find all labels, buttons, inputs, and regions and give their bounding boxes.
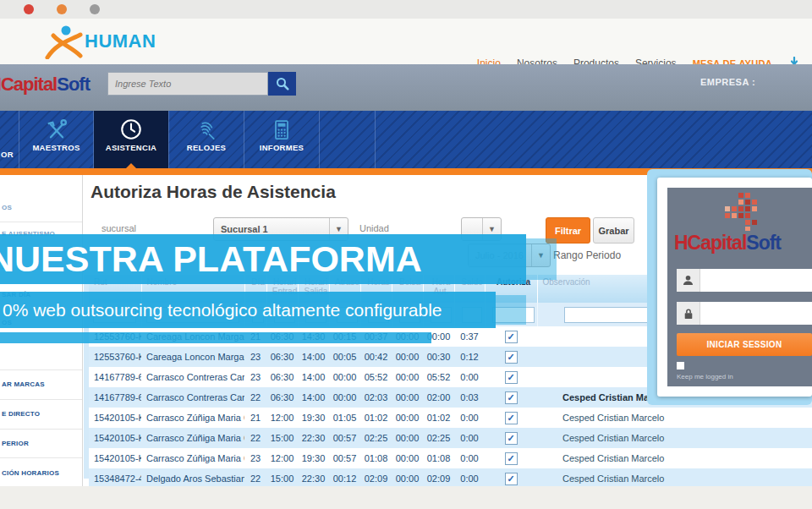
observacion-cell: Cesped Cristian Marcelo xyxy=(537,408,812,428)
autoriza-checkbox[interactable] xyxy=(505,331,518,343)
sucursal-value: Sucursal 1 xyxy=(214,224,329,234)
username-field-row xyxy=(677,269,812,292)
table-cell: 02:03 xyxy=(360,387,392,408)
table-cell: 23 xyxy=(244,367,266,387)
autoriza-checkbox[interactable] xyxy=(505,473,518,485)
table-cell: 00:57 xyxy=(329,448,360,468)
table-cell: 00:00 xyxy=(392,468,423,486)
autoriza-checkbox[interactable] xyxy=(505,452,518,465)
sidebar-item[interactable]: CIÓN HORARIOS xyxy=(2,469,59,477)
table-cell: 00:30 xyxy=(423,347,454,367)
tools-icon xyxy=(45,118,69,141)
banner-title: NUESTRA PLATAFORMA xyxy=(0,234,526,284)
hcapitalsoft-logo: HCapitalSoft xyxy=(0,74,90,96)
iniciar-session-button[interactable]: INICIAR SESSION xyxy=(677,333,812,356)
table-cell: 14:00 xyxy=(298,347,329,367)
search-input[interactable] xyxy=(107,72,268,96)
sidebar-item[interactable]: PERIOR xyxy=(2,440,29,447)
table-cell: 22:30 xyxy=(298,428,329,448)
table-cell: 12553760-K xyxy=(89,347,141,367)
autoriza-checkbox[interactable] xyxy=(505,371,518,384)
table-cell: 00:00 xyxy=(392,387,423,408)
active-tab-arrow xyxy=(126,163,136,168)
table-cell: 15348472-4 xyxy=(89,468,141,486)
table-cell: 05:52 xyxy=(360,367,392,387)
table-cell: 14:00 xyxy=(298,367,329,387)
login-brand: HCapitalSoft xyxy=(674,232,781,254)
site-header: HUMAN InicioNosotrosProductosServiciosME… xyxy=(0,19,812,65)
sidebar-item[interactable]: AR MARCAS xyxy=(2,380,45,388)
table-cell: 06:30 xyxy=(266,387,298,408)
remember-me-label: Keep me logged in xyxy=(677,373,733,380)
table-cell: 06:30 xyxy=(266,367,298,387)
tab-relojes[interactable]: RELOJES xyxy=(169,111,244,168)
human-logo[interactable]: HUMAN xyxy=(44,24,156,59)
table-row: 15420105-KCarrasco Zúñiga Maria Camila21… xyxy=(89,408,812,428)
table-cell: 12:00 xyxy=(266,448,298,468)
table-cell: 00:42 xyxy=(360,347,392,367)
table-cell: Carrasco Zúñiga Maria Camila xyxy=(141,408,244,428)
sidebar-item[interactable]: E DIRECTO xyxy=(2,410,40,418)
search-button[interactable] xyxy=(268,72,296,96)
table-cell: 00:00 xyxy=(329,367,360,387)
empresa-label: EMPRESA : xyxy=(700,77,755,87)
tab-label: RELOJES xyxy=(169,143,244,152)
table-cell: 05:52 xyxy=(423,367,454,387)
table-cell: Careaga Loncon Margaret Cel xyxy=(141,347,244,367)
tab-informes[interactable]: INFORMES xyxy=(244,111,319,168)
tab-partial[interactable]: OR xyxy=(0,111,19,168)
autoriza-checkbox[interactable] xyxy=(505,351,518,364)
username-input[interactable] xyxy=(700,269,812,292)
table-cell: 00:00 xyxy=(392,448,423,468)
remember-me-checkbox[interactable] xyxy=(677,362,684,369)
table-cell: Delgado Aros Sebastian Antor xyxy=(141,468,244,486)
sucursal-label: sucursal xyxy=(102,223,136,233)
table-cell: 0:00 xyxy=(454,448,485,468)
window: HUMAN InicioNosotrosProductosServiciosME… xyxy=(0,0,812,509)
table-cell: Carrasco Contreras Carolina E xyxy=(141,367,244,387)
table-cell: 19:30 xyxy=(298,448,329,468)
table-cell: 15420105-K xyxy=(89,408,141,428)
window-minimize-button[interactable] xyxy=(57,4,67,14)
table-cell: 0:00 xyxy=(454,367,485,387)
table-cell: 15:00 xyxy=(266,468,298,486)
login-brand-red: HCapital xyxy=(674,232,746,254)
table-cell: 01:02 xyxy=(423,408,454,428)
table-row: 15420105-KCarrasco Zúñiga Maria Camila22… xyxy=(89,428,812,448)
observacion-cell: Cesped Cristian Marcelo xyxy=(537,468,812,486)
table-cell: 15:00 xyxy=(266,428,298,448)
grabar-button[interactable]: Grabar xyxy=(593,217,634,244)
tab-asistencia[interactable]: ASISTENCIA xyxy=(94,111,168,168)
autoriza-checkbox[interactable] xyxy=(505,412,518,424)
table-cell: 14167789-6 xyxy=(89,367,141,387)
table-cell: 19:30 xyxy=(298,408,329,428)
table-cell: 14:00 xyxy=(298,387,329,408)
tab-label: ASISTENCIA xyxy=(94,143,168,152)
observacion-cell: Cesped Cristian Marcelo xyxy=(537,448,812,468)
table-cell: 23 xyxy=(244,448,266,468)
password-input[interactable] xyxy=(700,302,812,325)
hcapitalsoft-mosaic-icon xyxy=(713,193,767,232)
table-cell: 22 xyxy=(244,428,266,448)
table-cell: 00:00 xyxy=(392,408,423,428)
app-screenshot: HCapitalSoft EMPRESA : OR xyxy=(0,64,812,486)
banner-subtitle: 0% web outsourcing tecnológico altamente… xyxy=(0,292,496,328)
window-close-button[interactable] xyxy=(24,4,34,14)
calculator-icon xyxy=(270,118,294,141)
tab-label: MAESTROS xyxy=(19,143,93,152)
table-cell: 0:37 xyxy=(454,326,485,347)
autoriza-checkbox[interactable] xyxy=(505,432,518,445)
fingerprint-icon xyxy=(195,118,218,141)
table-cell: 0:00 xyxy=(454,428,485,448)
table-cell: 22 xyxy=(244,468,266,486)
sidebar-item[interactable]: OS xyxy=(2,204,12,211)
window-maximize-button[interactable] xyxy=(90,4,100,14)
login-brand-blue: Soft xyxy=(746,232,781,254)
table-cell: 01:05 xyxy=(329,408,360,428)
user-icon xyxy=(677,269,700,292)
table-cell: 0:00 xyxy=(454,468,485,486)
table-cell: Carrasco Contreras Carolina E xyxy=(141,387,244,408)
password-field-row xyxy=(677,302,812,325)
autoriza-checkbox[interactable] xyxy=(505,391,518,404)
tab-maestros[interactable]: MAESTROS xyxy=(19,111,93,168)
